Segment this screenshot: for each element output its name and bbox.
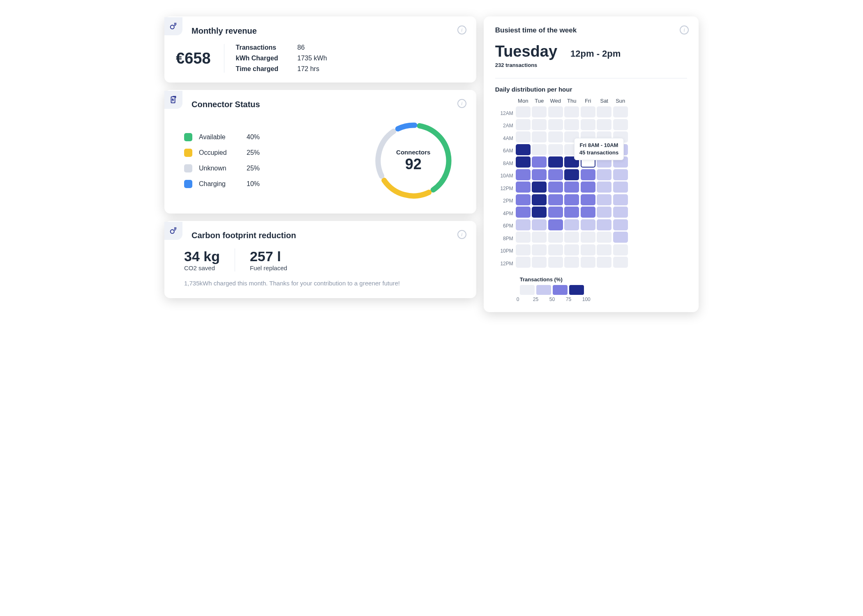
- heatmap-cell[interactable]: [532, 182, 547, 193]
- heatmap-cell[interactable]: [597, 257, 611, 268]
- heatmap-cell[interactable]: [613, 207, 628, 218]
- heatmap-cell[interactable]: [532, 207, 547, 218]
- legend-pct: 40%: [247, 133, 260, 141]
- heatmap-cell[interactable]: [613, 219, 628, 230]
- heatmap-cell[interactable]: [581, 194, 595, 205]
- divider: [495, 78, 687, 78]
- heatmap-cell[interactable]: [516, 207, 531, 218]
- heatmap-cell[interactable]: [516, 257, 531, 268]
- heatmap-cell[interactable]: [516, 119, 531, 130]
- heatmap-cell[interactable]: [581, 169, 595, 180]
- heatmap-cell[interactable]: [548, 194, 563, 205]
- heatmap-cell[interactable]: [532, 119, 547, 130]
- heatmap-cell[interactable]: [548, 182, 563, 193]
- hour-label: 12AM: [495, 108, 513, 119]
- heatmap-legend: Transactions (%) 0255075100: [495, 276, 687, 302]
- heatmap-cell[interactable]: [532, 169, 547, 180]
- heatmap-cell[interactable]: [597, 244, 611, 255]
- heatmap: 12AM2AM4AM6AM8AM10AM12PM2PM4PM6PM8PM10PM…: [495, 98, 687, 269]
- heatmap-cell[interactable]: [564, 106, 579, 117]
- heatmap-cell[interactable]: [532, 232, 547, 243]
- heatmap-cell[interactable]: [581, 244, 595, 255]
- heatmap-cell[interactable]: [516, 169, 531, 180]
- heatmap-cell[interactable]: [581, 106, 595, 117]
- heatmap-cell[interactable]: [548, 219, 563, 230]
- legend-label: 50: [549, 297, 564, 302]
- heatmap-cell[interactable]: [613, 244, 628, 255]
- heatmap-cell[interactable]: [597, 106, 611, 117]
- heatmap-cell[interactable]: [548, 169, 563, 180]
- heatmap-cell[interactable]: [532, 194, 547, 205]
- heatmap-cell[interactable]: [613, 232, 628, 243]
- heatmap-cell[interactable]: [516, 182, 531, 193]
- heatmap-cell[interactable]: [597, 219, 611, 230]
- heatmap-cell[interactable]: [613, 182, 628, 193]
- heatmap-cell[interactable]: [597, 232, 611, 243]
- heatmap-cell[interactable]: [564, 257, 579, 268]
- heatmap-cell[interactable]: [516, 106, 531, 117]
- heatmap-cell[interactable]: [532, 131, 547, 143]
- day-labels: MonTueWedThuFriSatSun: [516, 98, 628, 104]
- heatmap-cell[interactable]: [516, 194, 531, 205]
- heatmap-cell[interactable]: [548, 144, 563, 155]
- heatmap-cell[interactable]: [532, 219, 547, 230]
- day-label: Sun: [613, 98, 628, 104]
- heatmap-cell[interactable]: [548, 106, 563, 117]
- heatmap-cell[interactable]: [548, 156, 563, 168]
- legend-title: Transactions (%): [520, 276, 687, 283]
- heatmap-cell[interactable]: [564, 219, 579, 230]
- heatmap-cell[interactable]: [548, 232, 563, 243]
- heatmap-cell[interactable]: [548, 131, 563, 143]
- heatmap-cell[interactable]: [597, 182, 611, 193]
- legend-label: 0: [517, 297, 531, 302]
- heatmap-cell[interactable]: [613, 257, 628, 268]
- heatmap-cell[interactable]: [516, 144, 531, 155]
- day-label: Mon: [516, 98, 531, 104]
- heatmap-cell[interactable]: [597, 119, 611, 130]
- heatmap-cell[interactable]: [564, 119, 579, 130]
- heatmap-cell[interactable]: [548, 244, 563, 255]
- heatmap-cell[interactable]: [516, 219, 531, 230]
- heatmap-cell[interactable]: [532, 156, 547, 168]
- legend-pct: 10%: [247, 180, 260, 188]
- heatmap-cell[interactable]: [516, 232, 531, 243]
- heatmap-cell[interactable]: [532, 144, 547, 155]
- carbon-note: 1,735kWh charged this month. Thanks for …: [176, 279, 465, 288]
- info-icon[interactable]: i: [680, 25, 689, 34]
- heatmap-cell[interactable]: [581, 257, 595, 268]
- heatmap-cell[interactable]: [581, 207, 595, 218]
- heatmap-cell[interactable]: [581, 219, 595, 230]
- heatmap-cell[interactable]: [532, 257, 547, 268]
- heatmap-cell[interactable]: [613, 169, 628, 180]
- heatmap-cell[interactable]: [564, 169, 579, 180]
- heatmap-cell[interactable]: [532, 106, 547, 117]
- heatmap-cell[interactable]: [532, 244, 547, 255]
- heatmap-cell[interactable]: [597, 194, 611, 205]
- card-header: Connector Status: [176, 100, 465, 109]
- busiest-day: Tuesday: [495, 43, 557, 60]
- heatmap-cell[interactable]: [597, 207, 611, 218]
- heatmap-cell[interactable]: [564, 182, 579, 193]
- heatmap-cell[interactable]: [548, 257, 563, 268]
- heatmap-cell[interactable]: [613, 119, 628, 130]
- heatmap-cell[interactable]: [564, 244, 579, 255]
- heatmap-cell[interactable]: [564, 207, 579, 218]
- stat-label: Transactions: [236, 44, 298, 51]
- heatmap-cell[interactable]: [581, 182, 595, 193]
- info-icon[interactable]: i: [457, 25, 466, 34]
- heatmap-cell[interactable]: [581, 119, 595, 130]
- info-icon[interactable]: i: [457, 230, 466, 239]
- heatmap-cell[interactable]: [516, 156, 531, 168]
- heatmap-cell[interactable]: [564, 194, 579, 205]
- info-icon[interactable]: i: [457, 99, 466, 108]
- heatmap-cell[interactable]: [548, 119, 563, 130]
- hour-label: 10PM: [495, 246, 513, 257]
- heatmap-cell[interactable]: [613, 194, 628, 205]
- heatmap-cell[interactable]: [581, 232, 595, 243]
- heatmap-cell[interactable]: [597, 169, 611, 180]
- heatmap-cell[interactable]: [548, 207, 563, 218]
- heatmap-cell[interactable]: [516, 131, 531, 143]
- heatmap-cell[interactable]: [564, 232, 579, 243]
- heatmap-cell[interactable]: [613, 106, 628, 117]
- heatmap-cell[interactable]: [516, 244, 531, 255]
